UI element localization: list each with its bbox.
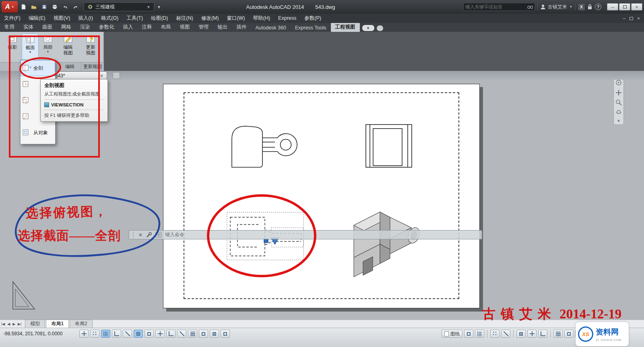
qat-dropdown[interactable]: ▼ [155,5,163,9]
tab-drawing-views[interactable]: 工程视图 [331,23,360,32]
ribbon-minimize-button[interactable]: ▼ [362,25,374,31]
wrench-icon[interactable] [146,232,152,238]
zoom-icon[interactable] [615,99,622,106]
chevron-down-icon[interactable]: ▼ [617,119,621,123]
menu-item-full-section[interactable]: 全剖 [21,60,55,76]
plot-button[interactable] [50,2,60,11]
tab-render[interactable]: 渲染 [76,23,95,32]
menu-file[interactable]: 文件(F) [0,14,25,23]
tab-layout2[interactable]: 布局2 [70,320,93,328]
close-button[interactable]: × [631,3,642,10]
show-motion-button[interactable] [501,330,510,338]
tab-surface[interactable]: 曲面 [38,23,57,32]
menu-view[interactable]: 视图(V) [50,14,74,23]
layout-paper[interactable] [163,84,480,308]
menu-modify[interactable]: 修改(M) [197,14,223,23]
menu-help[interactable]: 帮助(H) [249,14,274,23]
drawing-tab[interactable]: 543* ✕ [52,71,107,80]
edit-view-button[interactable]: 编辑 视图 [60,33,76,61]
3d-object-snap-toggle[interactable] [144,330,154,338]
restore-button[interactable] [619,3,630,10]
doc-minimize-button[interactable]: – [623,16,625,21]
search-input[interactable] [465,4,527,9]
sign-in-area[interactable]: 古镇艾米 ▼ [540,4,573,10]
tab-model[interactable]: 模型 [25,320,45,328]
tab-mesh[interactable]: 网格 [57,23,76,32]
dynamic-input-toggle[interactable] [177,330,186,338]
menu-insert[interactable]: 插入(I) [74,14,97,23]
save-button[interactable] [39,2,49,11]
menu-tools[interactable]: 工具(T) [122,14,147,23]
quick-view-layouts-button[interactable] [464,330,473,338]
first-layout-button[interactable]: |◀ [0,322,6,326]
menu-parametric[interactable]: 参数(P) [300,14,325,23]
drawing-tab-menu-icon[interactable] [113,72,120,79]
snap-tracking-toggle[interactable] [155,330,165,338]
workspace-switch-button[interactable] [553,330,563,338]
paper-model-toggle[interactable]: 图纸 [442,330,462,338]
tab-parametric[interactable]: 参数化 [95,23,119,32]
tab-layout[interactable]: 布局 [157,23,175,32]
tab-view[interactable]: 视图 [175,23,194,32]
redo-button[interactable] [71,2,80,11]
clean-screen-button[interactable] [575,330,584,338]
object-snap-toggle[interactable] [134,330,143,338]
next-layout-button[interactable]: ▶ [11,322,17,326]
tab-output[interactable]: 输出 [213,23,232,32]
annotation-visibility-toggle[interactable] [516,330,526,338]
doc-restore-button[interactable] [630,17,633,20]
binoculars-icon[interactable] [527,4,533,9]
projection-view-button[interactable]: 投影 [4,33,21,61]
update-view-button[interactable]: 更新 视图 [82,33,99,61]
quick-properties-toggle[interactable] [210,330,219,338]
tab-annotate[interactable]: 注释 [138,23,157,32]
orbit-icon[interactable] [615,109,622,115]
ortho-toggle[interactable] [112,330,121,338]
workspace-switcher[interactable]: 三维建模 ▼ [84,2,154,11]
menu-dimension[interactable]: 标注(N) [172,14,197,23]
command-line[interactable]: ✕ › 键入命令 [129,230,482,239]
grid-toggle[interactable] [101,330,110,338]
menu-format[interactable]: 格式(O) [97,14,122,23]
steering-wheel-button[interactable] [490,330,500,338]
steering-wheel-icon[interactable] [615,79,622,86]
tab-plugins[interactable]: 插件 [232,23,251,32]
new-file-button[interactable] [19,2,28,11]
infer-constraints-toggle[interactable] [79,330,89,338]
minimize-button[interactable]: – [607,3,618,10]
lineweight-toggle[interactable] [188,330,197,338]
tab-autodesk360[interactable]: Autodesk 360 [251,24,291,32]
close-icon[interactable]: ✕ [138,232,142,238]
app-logo-icon[interactable]: A▼ [2,1,18,12]
menu-express[interactable]: Express [274,14,300,23]
tab-layout1[interactable]: 布局1 [46,320,69,328]
tab-manage[interactable]: 管理 [194,23,213,32]
menu-edit[interactable]: 编辑(E) [25,14,50,23]
dynamic-ucs-toggle[interactable] [166,330,175,338]
polar-tracking-toggle[interactable] [123,330,132,338]
tab-express-tools[interactable]: Express Tools [291,24,331,32]
transparency-toggle[interactable] [199,330,208,338]
menu-draw[interactable]: 绘图(D) [147,14,172,23]
ribbon-options-icon[interactable] [377,25,383,31]
help-icon[interactable]: ? [595,4,601,10]
command-input[interactable]: 键入命令 [165,231,184,238]
menu-window[interactable]: 窗口(W) [223,14,249,23]
toolbar-lock-button[interactable] [564,330,574,338]
snap-toggle[interactable] [90,330,99,338]
panel-label-edit[interactable]: 编辑 [59,62,81,71]
pan-icon[interactable] [615,89,622,96]
tab-close-icon[interactable]: ✕ [100,73,103,79]
exchange-apps-icon[interactable]: X [578,4,585,10]
panel-label-update[interactable]: 更新视图 [81,62,104,71]
menu-item-from-object[interactable]: 从对象 [21,125,55,141]
annotation-scale-button[interactable] [538,330,547,338]
tab-home[interactable]: 常用 [0,23,19,32]
undo-button[interactable] [60,2,70,11]
section-view-button[interactable]: 截面 ▼ [22,33,39,61]
doc-close-button[interactable]: × [637,16,640,21]
last-layout-button[interactable]: ▶| [17,322,23,326]
selection-cycling-toggle[interactable] [221,330,230,338]
lock-icon[interactable] [587,4,592,10]
drag-handle[interactable] [132,232,135,238]
